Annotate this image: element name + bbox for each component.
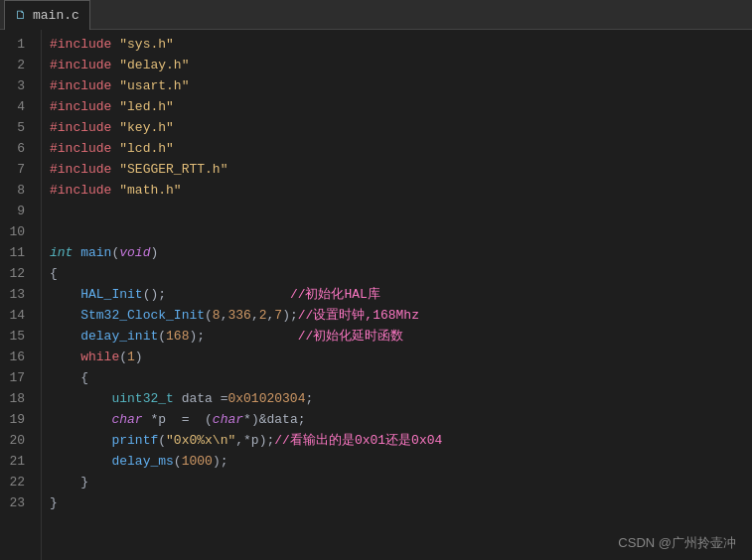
- code-line-13: HAL_Init(); //初始化HAL库: [50, 284, 752, 305]
- code-area: 1 2 3 4 5 6 7 8 9 10 11 □ 12 13 14 15 □ …: [0, 30, 752, 560]
- ln-20: 20: [0, 430, 33, 451]
- ln-9: 9: [0, 201, 33, 221]
- code-line-20: printf("0x0%x\n",*p);//看输出的是0x01还是0x04: [50, 430, 752, 451]
- ln-22: 22: [0, 472, 33, 492]
- ln-1: 1: [0, 34, 33, 55]
- ln-7: 7: [0, 159, 33, 180]
- code-line-3: #include "usart.h": [50, 75, 752, 96]
- code-line-11: int main(void): [50, 242, 752, 263]
- include-str: "sys.h": [119, 34, 174, 55]
- code-line-18: uint32_t data =0x01020304;: [50, 388, 752, 409]
- code-line-12: {: [50, 263, 752, 284]
- watermark: CSDN @广州拎壶冲: [618, 534, 736, 552]
- ln-13: 13: [0, 284, 33, 305]
- ln-8: 8: [0, 180, 33, 201]
- code-line-14: Stm32_Clock_Init(8,336,2,7);//设置时钟,168Mh…: [50, 305, 752, 326]
- code-line-8: #include "math.h": [50, 180, 752, 201]
- include-kw: #include: [50, 34, 111, 55]
- code-line-22: }: [50, 472, 752, 492]
- ln-6: 6: [0, 138, 33, 159]
- code-line-23: }: [50, 492, 752, 513]
- ln-10: 10: [0, 221, 33, 242]
- code-line-17: {: [50, 367, 752, 388]
- code-line-4: #include "led.h": [50, 96, 752, 117]
- ln-16: □ 16: [0, 347, 33, 367]
- ln-5: 5: [0, 117, 33, 138]
- code-line-19: char *p = (char*)&data;: [50, 409, 752, 430]
- ln-19: 19: [0, 409, 33, 430]
- ln-21: 21: [0, 451, 33, 472]
- code-line-2: #include "delay.h": [50, 55, 752, 75]
- ln-11: 11: [0, 242, 33, 263]
- ln-2: 2: [0, 55, 33, 75]
- ln-23: 23: [0, 492, 33, 513]
- tab-bar: 🗋 main.c: [0, 0, 752, 30]
- code-line-21: delay_ms(1000);: [50, 451, 752, 472]
- ln-18: 18: [0, 388, 33, 409]
- code-line-1: #include "sys.h": [50, 34, 752, 55]
- code-line-10: [50, 221, 752, 242]
- ln-14: 14: [0, 305, 33, 326]
- tab-label: main.c: [33, 8, 79, 23]
- line-numbers: 1 2 3 4 5 6 7 8 9 10 11 □ 12 13 14 15 □ …: [0, 30, 42, 560]
- code-content: #include "sys.h" #include "delay.h" #inc…: [42, 30, 752, 560]
- code-line-9: [50, 201, 752, 221]
- code-line-5: #include "key.h": [50, 117, 752, 138]
- code-line-16: while(1): [50, 347, 752, 367]
- ln-17: 17: [0, 367, 33, 388]
- ln-3: 3: [0, 75, 33, 96]
- code-line-15: delay_init(168); //初始化延时函数: [50, 326, 752, 347]
- tab-main-c[interactable]: 🗋 main.c: [4, 0, 90, 30]
- code-line-6: #include "lcd.h": [50, 138, 752, 159]
- ln-4: 4: [0, 96, 33, 117]
- ln-15: 15: [0, 326, 33, 347]
- code-line-7: #include "SEGGER_RTT.h": [50, 159, 752, 180]
- file-icon: 🗋: [15, 8, 27, 23]
- ln-12: □ 12: [0, 263, 33, 284]
